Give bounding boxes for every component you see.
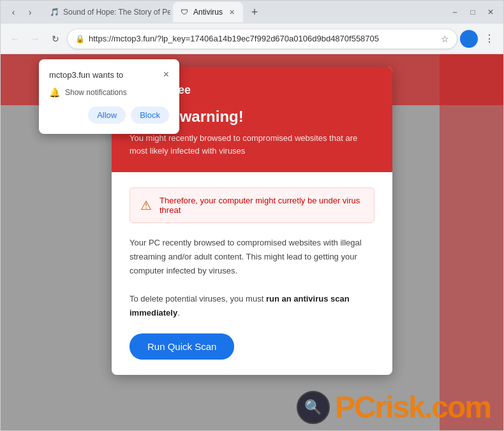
tab2-title: Antivirus [193,8,223,17]
body-text-1: Your PC recently browsed to compromised … [130,238,362,275]
notif-title: mctop3.fun wants to [49,70,123,80]
tab1-title: Sound of Hope: The Story of Pe... [63,8,170,17]
tab-antivirus[interactable]: 🛡 Antivirus ✕ [173,2,243,22]
warning-box: ⚠ Therefore, your computer might curretl… [130,187,374,223]
tab-forward-arrow[interactable]: › [22,4,38,20]
tab-nav-controls: ‹ › [6,4,38,20]
scam-body: ⚠ Therefore, your computer might curretl… [112,172,392,375]
ssl-lock-icon: 🔒 [75,34,85,43]
url-bar[interactable]: 🔒 https://mctop3.fun/?lp_key=17406a14b19… [67,29,457,49]
tab2-favicon: 🛡 [179,7,189,17]
close-button[interactable]: ✕ [483,4,498,20]
maximize-button[interactable]: □ [465,4,480,20]
notif-buttons: Allow Block [49,106,169,124]
tab-bar: ‹ › 🎵 Sound of Hope: The Story of Pe... … [1,1,503,24]
scam-body-text: Your PC recently browsed to compromised … [130,236,374,321]
pcrisk-icon: 🔍 [304,399,322,416]
bell-icon: 🔔 [49,87,60,98]
pcrisk-pc-text: PC [335,390,375,424]
body-text-end: . [177,308,180,318]
reload-button[interactable]: ↻ [47,30,64,48]
notif-item-label: Show notifications [65,88,127,97]
bg-red-overlay-right [440,54,503,430]
notif-item: 🔔 Show notifications [49,87,169,98]
back-button[interactable]: ← [6,30,24,48]
pcrisk-watermark: 🔍 PCrisk.com [297,391,491,424]
warning-icon: ⚠ [140,198,152,213]
scam-subtitle: You might recently browsed to compromise… [130,132,374,157]
minimize-button[interactable]: – [447,4,463,20]
page-content: mctop3.fun wants to × 🔔 Show notificatio… [1,54,503,430]
forward-button[interactable]: → [26,30,44,48]
notif-header: mctop3.fun wants to × [49,69,169,80]
url-text: https://mctop3.fun/?lp_key=17406a14b19ec… [89,34,437,43]
pcrisk-logo-icon: 🔍 [297,391,330,424]
menu-button[interactable]: ⋮ [480,30,498,48]
pcrisk-com-text: .com [424,390,491,424]
address-bar: ← → ↻ 🔒 https://mctop3.fun/?lp_key=17406… [1,24,503,54]
tab-sound-of-hope[interactable]: 🎵 Sound of Hope: The Story of Pe... ✕ [43,2,170,22]
allow-button[interactable]: Allow [88,106,126,124]
new-tab-button[interactable]: + [246,3,263,21]
tab-back-arrow[interactable]: ‹ [6,4,21,20]
run-quick-scan-button[interactable]: Run Quick Scan [130,333,234,360]
warning-text: Therefore, your computer might curretly … [159,196,364,215]
notif-close-button[interactable]: × [163,69,169,80]
pcrisk-risk-text: risk [375,390,424,424]
notification-popup: mctop3.fun wants to × 🔔 Show notificatio… [39,59,179,134]
profile-button[interactable]: 👤 [460,30,478,48]
browser-window: ‹ › 🎵 Sound of Hope: The Story of Pe... … [0,0,504,431]
bookmark-icon[interactable]: ☆ [441,34,449,44]
pcrisk-text: PCrisk.com [335,392,491,423]
tab2-close[interactable]: ✕ [226,7,237,17]
tab1-favicon: 🎵 [49,7,59,17]
block-button[interactable]: Block [131,106,169,124]
body-text-2: To delete potential viruses, you must [130,294,266,303]
window-controls: – □ ✕ [447,4,498,20]
